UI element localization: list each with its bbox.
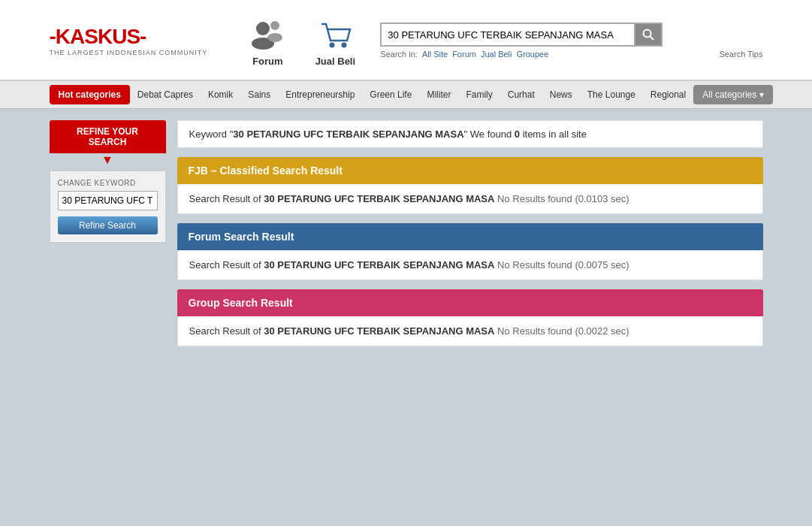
group-result-section: Group Search Result Search Result of 30 … xyxy=(177,289,763,346)
result-count: 0 xyxy=(515,128,520,140)
all-categories-button[interactable]: All categories ▾ xyxy=(693,85,772,104)
logo: -KASKUS- THE LARGEST INDONESIAN COMMUNIT… xyxy=(50,25,208,56)
search-area: Search in: All Site Forum Jual Beli Grou… xyxy=(380,23,762,59)
nav-item-komik[interactable]: Komik xyxy=(201,85,240,104)
refine-arrow: ▼ xyxy=(50,153,166,167)
group-no-result: No Results found (0.0022 sec) xyxy=(494,325,629,337)
keyword-result-prefix: Keyword " xyxy=(189,128,234,140)
keyword-result-suffix: " We found xyxy=(464,128,515,140)
nav-item-green-life[interactable]: Green Life xyxy=(362,85,419,104)
svg-point-5 xyxy=(342,43,347,48)
nav-item-regional[interactable]: Regional xyxy=(643,85,693,104)
nav-icons: Forum Jual Beli xyxy=(237,14,365,67)
nav-item-debat-capres[interactable]: Debat Capres xyxy=(130,85,201,104)
change-keyword-input[interactable] xyxy=(58,191,158,210)
logo-text: -KASKUS- xyxy=(50,25,208,49)
nav-item-the-lounge[interactable]: The Lounge xyxy=(580,85,643,104)
hot-categories-button[interactable]: Hot categories xyxy=(50,85,130,104)
nav-item-family[interactable]: Family xyxy=(458,85,500,104)
jual-beli-icon xyxy=(309,14,361,56)
search-option-groupee[interactable]: Groupee xyxy=(517,50,549,59)
svg-line-7 xyxy=(651,37,654,41)
forum-icon xyxy=(241,14,294,56)
fjb-keyword: 30 PETARUNG UFC TERBAIK SEPANJANG MASA xyxy=(264,193,494,204)
change-keyword-label: CHANGE KEYWORD xyxy=(58,179,158,187)
fjb-result-section: FJB – Classified Search Result Search Re… xyxy=(177,157,763,214)
sidebar: REFINE YOUR SEARCH ▼ CHANGE KEYWORD Refi… xyxy=(50,120,166,355)
group-keyword: 30 PETARUNG UFC TERBAIK SEPANJANG MASA xyxy=(264,325,494,337)
jual-beli-label: Jual Beli xyxy=(315,56,355,67)
group-prefix: Search Result of xyxy=(189,325,264,337)
refine-header: REFINE YOUR SEARCH xyxy=(50,120,166,153)
forum-keyword: 30 PETARUNG UFC TERBAIK SEPANJANG MASA xyxy=(264,259,494,271)
search-button[interactable] xyxy=(635,23,663,47)
search-keyword: 30 PETARUNG UFC TERBAIK SEPANJANG MASA xyxy=(233,128,463,140)
forum-result-body: Search Result of 30 PETARUNG UFC TERBAIK… xyxy=(177,250,763,280)
nav-bar: Hot categories Debat Capres Komik Sains … xyxy=(0,81,812,109)
search-input[interactable] xyxy=(380,23,635,47)
nav-item-militer[interactable]: Militer xyxy=(419,85,458,104)
forum-label: Forum xyxy=(252,56,282,67)
search-tips-link[interactable]: Search Tips xyxy=(719,50,762,59)
refine-search-button[interactable]: Refine Search xyxy=(58,216,158,234)
change-keyword-box: CHANGE KEYWORD Refine Search xyxy=(50,171,166,243)
forum-nav-icon[interactable]: Forum xyxy=(237,14,297,67)
forum-result-section: Forum Search Result Search Result of 30 … xyxy=(177,223,763,280)
svg-point-6 xyxy=(644,30,651,38)
fjb-no-result: No Results found (0.0103 sec) xyxy=(494,193,629,204)
content-area: Keyword "30 PETARUNG UFC TERBAIK SEPANJA… xyxy=(177,120,763,355)
nav-item-sains[interactable]: Sains xyxy=(240,85,278,104)
main-content: REFINE YOUR SEARCH ▼ CHANGE KEYWORD Refi… xyxy=(50,109,763,367)
nav-item-curhat[interactable]: Curhat xyxy=(500,85,542,104)
nav-items: Debat Capres Komik Sains Entrepreneurshi… xyxy=(130,85,693,104)
svg-point-3 xyxy=(267,33,282,42)
svg-point-2 xyxy=(270,21,279,30)
group-result-header: Group Search Result xyxy=(177,289,763,316)
fjb-result-header: FJB – Classified Search Result xyxy=(177,157,763,184)
forum-result-header: Forum Search Result xyxy=(177,223,763,250)
nav-item-entrepreneurship[interactable]: Entrepreneurship xyxy=(278,85,362,104)
jual-beli-nav-icon[interactable]: Jual Beli xyxy=(305,14,365,67)
search-option-forum[interactable]: Forum xyxy=(452,50,476,59)
logo-tagline: THE LARGEST INDONESIAN COMMUNITY xyxy=(50,49,208,56)
svg-point-0 xyxy=(256,22,270,35)
group-result-body: Search Result of 30 PETARUNG UFC TERBAIK… xyxy=(177,316,763,346)
keyword-result-suffix2: items in all site xyxy=(520,128,587,140)
forum-prefix: Search Result of xyxy=(189,259,264,271)
svg-point-4 xyxy=(330,43,335,48)
forum-no-result: No Results found (0.0075 sec) xyxy=(494,259,629,271)
search-option-jual-beli[interactable]: Jual Beli xyxy=(481,50,512,59)
keyword-result-bar: Keyword "30 PETARUNG UFC TERBAIK SEPANJA… xyxy=(177,120,763,148)
fjb-prefix: Search Result of xyxy=(189,193,264,204)
fjb-result-body: Search Result of 30 PETARUNG UFC TERBAIK… xyxy=(177,184,763,214)
search-in-label: Search in: xyxy=(380,50,418,59)
nav-item-news[interactable]: News xyxy=(542,85,580,104)
search-option-all-site[interactable]: All Site xyxy=(422,50,448,59)
